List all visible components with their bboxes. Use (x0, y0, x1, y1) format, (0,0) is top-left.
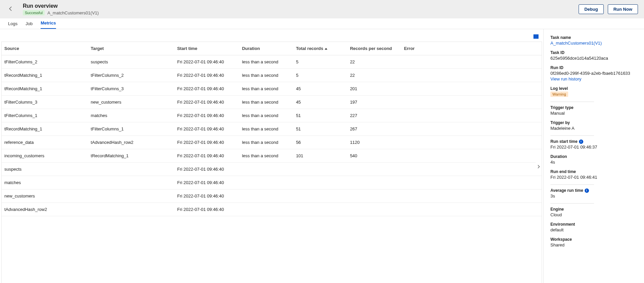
col-start[interactable]: Start time (174, 42, 239, 55)
cell-target (88, 176, 175, 189)
table-row[interactable]: reference_datatAdvancedHash_row2Fri 2022… (2, 136, 542, 149)
cell-total: 101 (293, 149, 347, 163)
sp-env-label: Environment (550, 222, 637, 227)
sidepanel-toggle[interactable] (536, 161, 542, 174)
cell-rps: 22 (347, 55, 401, 69)
task-reference: A_matchCustomers01(V1) (47, 10, 99, 15)
sp-task-name-label: Task name (550, 35, 637, 40)
table-row[interactable]: new_customersFri 2022-07-01 09:46:40 (2, 189, 542, 203)
table-row[interactable]: tFilterColumns_1matchesFri 2022-07-01 09… (2, 109, 542, 122)
table-row[interactable]: incoming_customerstRecordMatching_1Fri 2… (2, 149, 542, 163)
cell-target: suspects (88, 55, 175, 69)
col-source[interactable]: Source (2, 42, 88, 55)
sp-task-id: 625e5956dce1d14a54120aca (550, 56, 637, 61)
cell-duration: less than a second (239, 55, 293, 69)
col-target[interactable]: Target (88, 42, 175, 55)
cell-total: 5 (293, 69, 347, 82)
cell-total (293, 163, 347, 176)
cell-error (401, 136, 542, 149)
col-rps[interactable]: Records per second (347, 42, 401, 55)
sp-log-level: Warning (550, 92, 568, 97)
cell-source: tRecordMatching_1 (2, 69, 88, 82)
tab-metrics[interactable]: Metrics (41, 20, 56, 29)
cell-target: tAdvancedHash_row2 (88, 136, 175, 149)
sp-run-id-label: Run ID (550, 65, 637, 70)
cell-source: reference_data (2, 136, 88, 149)
cell-error (401, 55, 542, 69)
sp-avg-label: Average run time i (550, 188, 637, 193)
workspace: Source Target Start time Duration Total … (0, 29, 644, 283)
cell-target: tFilterColumns_1 (88, 122, 175, 136)
sp-duration: 4s (550, 160, 637, 165)
columns-icon (533, 35, 539, 40)
table-row[interactable]: tFilterColumns_2suspectsFri 2022-07-01 0… (2, 55, 542, 69)
sp-run-id: 0f286ed0-299f-4359-a2eb-fbaeb1761633 (550, 71, 637, 76)
sp-view-history-link[interactable]: View run history (550, 76, 637, 81)
cell-total (293, 203, 347, 216)
cell-duration (239, 189, 293, 203)
run-now-button[interactable]: Run Now (608, 4, 638, 14)
table-row[interactable]: tRecordMatching_1tFilterColumns_1Fri 202… (2, 122, 542, 136)
table-row[interactable]: matchesFri 2022-07-01 09:46:40 (2, 176, 542, 189)
cell-duration (239, 203, 293, 216)
cell-target: tFilterColumns_3 (88, 82, 175, 96)
table-row[interactable]: tAdvancedHash_row2Fri 2022-07-01 09:46:4… (2, 203, 542, 216)
cell-start: Fri 2022-07-01 09:46:40 (174, 189, 239, 203)
tab-job[interactable]: Job (25, 21, 33, 29)
sp-engine: Cloud (550, 212, 637, 217)
cell-target: tFilterColumns_2 (88, 69, 175, 82)
cell-rps: 267 (347, 122, 401, 136)
cell-start: Fri 2022-07-01 09:46:40 (174, 55, 239, 69)
sp-run-end: Fri 2022-07-01 09:46:41 (550, 175, 637, 180)
table-row[interactable]: suspectsFri 2022-07-01 09:46:40 (2, 163, 542, 176)
table-row[interactable]: tRecordMatching_1tFilterColumns_3Fri 202… (2, 82, 542, 96)
sp-trigger-by-label: Trigger by (550, 120, 637, 125)
debug-button[interactable]: Debug (579, 4, 603, 14)
cell-total: 51 (293, 109, 347, 122)
info-icon[interactable]: i (579, 139, 583, 144)
page-header: Run overview Successful A_matchCustomers… (0, 0, 644, 18)
cell-duration (239, 163, 293, 176)
sp-env: default (550, 227, 637, 232)
sp-ws: Shared (550, 242, 637, 247)
cell-rps: 227 (347, 109, 401, 122)
tab-logs[interactable]: Logs (8, 21, 17, 29)
col-total[interactable]: Total records (293, 42, 347, 55)
sp-task-name[interactable]: A_matchCustomers01(V1) (550, 41, 637, 46)
sp-engine-label: Engine (550, 207, 637, 212)
cell-start: Fri 2022-07-01 09:46:40 (174, 69, 239, 82)
cell-error (401, 203, 542, 216)
column-picker-button[interactable] (533, 34, 539, 40)
col-duration[interactable]: Duration (239, 42, 293, 55)
divider (550, 203, 594, 204)
info-icon[interactable]: i (585, 188, 589, 193)
cell-duration: less than a second (239, 136, 293, 149)
cell-start: Fri 2022-07-01 09:46:40 (174, 176, 239, 189)
cell-duration: less than a second (239, 122, 293, 136)
col-error[interactable]: Error (401, 42, 542, 55)
cell-total: 51 (293, 122, 347, 136)
sp-run-end-label: Run end time (550, 169, 637, 174)
svg-rect-0 (534, 35, 535, 39)
cell-error (401, 69, 542, 82)
chevron-right-icon (536, 164, 541, 170)
cell-source: tRecordMatching_1 (2, 82, 88, 96)
table-row[interactable]: tRecordMatching_1tFilterColumns_2Fri 202… (2, 69, 542, 82)
cell-target: tRecordMatching_1 (88, 149, 175, 163)
tabs: Logs Job Metrics (0, 18, 644, 29)
table-row[interactable]: tFilterColumns_3new_customersFri 2022-07… (2, 96, 542, 109)
cell-duration: less than a second (239, 69, 293, 82)
sort-ascending-icon (325, 48, 327, 50)
cell-source: tRecordMatching_1 (2, 122, 88, 136)
cell-start: Fri 2022-07-01 09:46:40 (174, 149, 239, 163)
back-button[interactable] (4, 3, 17, 16)
header-actions: Debug Run Now (579, 4, 638, 14)
divider (550, 135, 594, 136)
cell-start: Fri 2022-07-01 09:46:40 (174, 82, 239, 96)
table-header-row: Source Target Start time Duration Total … (2, 42, 542, 55)
cell-total: 5 (293, 55, 347, 69)
metrics-table: Source Target Start time Duration Total … (2, 42, 542, 216)
cell-rps: 201 (347, 82, 401, 96)
cell-error (401, 82, 542, 96)
svg-rect-1 (535, 35, 537, 39)
